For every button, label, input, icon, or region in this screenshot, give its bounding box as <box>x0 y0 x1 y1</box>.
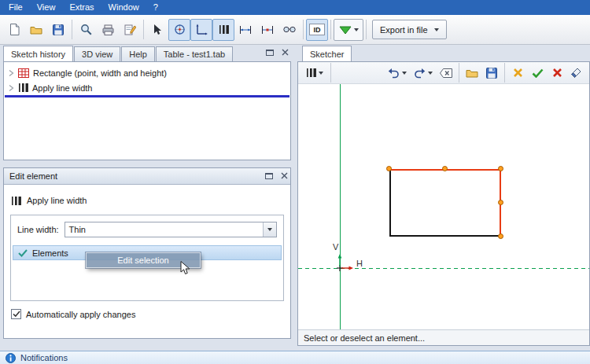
auto-apply-checkbox[interactable] <box>11 309 21 319</box>
notifications-bar[interactable]: Notifications <box>0 351 590 364</box>
tab-help[interactable]: Help <box>121 46 155 61</box>
coordinate-axes-icon <box>196 24 208 35</box>
tab-sketch-history[interactable]: Sketch history <box>3 46 73 61</box>
green-triangle-icon <box>339 25 352 35</box>
sketch-rectangle[interactable] <box>389 169 501 237</box>
select-button[interactable] <box>146 19 168 41</box>
chevron-down-icon <box>354 28 359 31</box>
edit-element-titlebar: Edit element <box>4 168 290 185</box>
sketcher-status-bar: Select or deselect an element... <box>298 329 589 345</box>
chevron-down-icon <box>434 28 439 31</box>
open-sketch-button[interactable] <box>463 64 481 83</box>
line-width-icon <box>306 68 316 78</box>
line-width-value: Thin <box>65 225 263 234</box>
export-in-file-button[interactable]: Export in file <box>372 20 447 39</box>
insert-dropdown-button[interactable] <box>334 19 363 41</box>
id-button[interactable]: ID <box>306 19 328 41</box>
history-item-line-width[interactable]: Apply line width <box>4 80 290 95</box>
elements-label: Elements <box>32 248 68 258</box>
toolbar-separator <box>366 20 367 39</box>
history-item-rectangle[interactable]: Rectangle (point, width and height) <box>4 65 290 80</box>
close-button[interactable] <box>281 172 288 179</box>
expand-chevron-icon[interactable] <box>8 69 14 77</box>
vertex-handle[interactable] <box>442 166 448 171</box>
line-width-label: Line width: <box>17 225 59 234</box>
line-width-select[interactable]: Thin <box>65 222 277 237</box>
check-icon <box>18 249 28 257</box>
red-x-icon <box>552 68 562 78</box>
dimension-button[interactable] <box>234 19 256 41</box>
chevron-down-icon <box>319 72 323 75</box>
line-width-dropdown-button[interactable] <box>302 64 327 83</box>
discard-button[interactable] <box>508 64 527 83</box>
maximize-button[interactable] <box>266 49 274 56</box>
line-width-mode-button[interactable] <box>212 19 234 41</box>
new-document-button[interactable] <box>3 19 25 41</box>
line-width-icon <box>18 83 28 93</box>
new-document-icon <box>9 24 20 35</box>
toolbar-separator <box>303 20 304 39</box>
sketch-history-list: Rectangle (point, width and height) Appl… <box>3 61 291 160</box>
undo-button[interactable] <box>385 64 410 83</box>
tab-3d-view[interactable]: 3D view <box>74 46 120 61</box>
dimension-edit-button[interactable] <box>256 19 278 41</box>
status-text: Select or deselect an element... <box>304 333 425 343</box>
auto-apply-row: Automatically apply changes <box>11 309 135 319</box>
save-sketch-button[interactable] <box>482 64 501 83</box>
close-icon <box>282 49 289 56</box>
cursor-arrow-icon <box>153 24 162 35</box>
save-icon <box>486 68 497 79</box>
menu-file[interactable]: File <box>2 0 30 15</box>
combo-dropdown-button[interactable] <box>263 222 276 237</box>
pencil-icon <box>124 24 136 35</box>
save-button[interactable] <box>47 19 69 41</box>
edit-button[interactable] <box>119 19 141 41</box>
notifications-label: Notifications <box>20 353 68 362</box>
toolbar-separator <box>143 20 144 39</box>
sketch-canvas[interactable]: V H <box>298 84 589 329</box>
info-icon <box>6 353 16 363</box>
close-icon <box>281 172 288 179</box>
vertex-handle[interactable] <box>498 233 503 239</box>
toolbar-separator <box>72 20 72 39</box>
delete-last-button[interactable] <box>437 64 455 83</box>
print-button[interactable] <box>97 19 119 41</box>
menu-window[interactable]: Window <box>101 0 146 15</box>
apply-button[interactable] <box>528 64 547 83</box>
toolbar-separator <box>459 63 459 83</box>
eraser-button[interactable] <box>567 64 586 83</box>
chevron-down-icon <box>267 228 272 231</box>
vertex-handle[interactable] <box>386 166 392 171</box>
close-button[interactable] <box>282 49 289 56</box>
close-sketch-button[interactable] <box>548 64 566 83</box>
sketcher-panel: Sketcher <box>297 46 590 346</box>
coordinates-button[interactable] <box>190 19 212 41</box>
menu-help[interactable]: ? <box>146 0 165 15</box>
line-width-icon <box>11 196 21 206</box>
backspace-icon <box>440 68 452 78</box>
insertion-indicator <box>5 95 289 97</box>
tab-sketcher[interactable]: Sketcher <box>302 46 352 61</box>
open-folder-icon <box>30 24 42 35</box>
redo-button[interactable] <box>411 64 436 83</box>
visibility-button[interactable] <box>278 19 301 41</box>
vertex-handle[interactable] <box>498 200 503 205</box>
sketcher-toolbar <box>298 62 589 84</box>
sketch-mode-button[interactable] <box>168 19 190 41</box>
orange-x-icon <box>513 68 523 78</box>
tab-table-test1[interactable]: Table - test1.tab <box>156 46 233 61</box>
maximize-button[interactable] <box>265 172 273 179</box>
zoom-button[interactable] <box>75 19 97 41</box>
vertex-handle[interactable] <box>498 166 503 171</box>
panel-title: Edit element <box>9 171 57 181</box>
sketch-history-panel: Sketch history 3D view Help Table - test… <box>3 46 291 160</box>
open-file-button[interactable] <box>25 19 47 41</box>
menu-extras[interactable]: Extras <box>62 0 101 15</box>
toolbar-separator <box>504 63 505 83</box>
expand-chevron-icon[interactable] <box>8 84 14 92</box>
sketcher-body: V H Select or deselect an element... <box>297 61 590 346</box>
line-width-icon <box>219 24 229 35</box>
menu-view[interactable]: View <box>30 0 63 15</box>
edit-element-body: Apply line width Line width: Thin Elemen… <box>4 185 290 338</box>
dimension-icon <box>239 25 252 35</box>
